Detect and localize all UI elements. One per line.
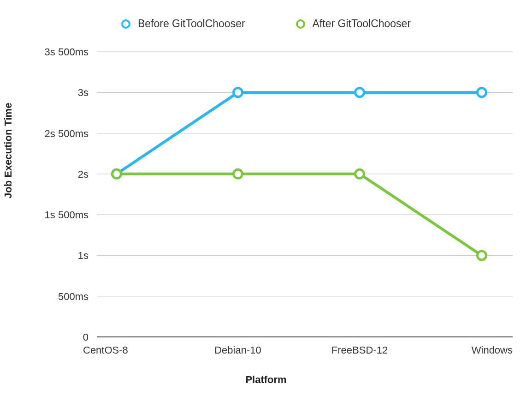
legend: Before GitToolChooser After GitToolChoos… [0, 18, 532, 30]
y-axis-title: Job Execution Time [2, 103, 14, 198]
series-marker [478, 251, 486, 260]
x-tick-label: FreeBSD-12 [331, 344, 388, 356]
x-tick-label: Windows [472, 344, 513, 356]
series-marker [355, 88, 364, 97]
legend-item-after: After GitToolChooser [296, 18, 411, 30]
y-tick-label: 2s 500ms [45, 128, 89, 139]
y-tick-label: 500ms [58, 291, 89, 302]
series-marker [234, 88, 242, 97]
series-marker [355, 169, 364, 178]
chart-root: Before GitToolChooser After GitToolChoos… [0, 0, 532, 396]
y-tick-label: 3s 500ms [45, 46, 89, 58]
y-tick-label: 0 [83, 331, 89, 343]
y-tick-label: 2s [78, 168, 89, 180]
y-tick-label: 1s 500ms [45, 209, 89, 221]
legend-item-before: Before GitToolChooser [121, 18, 245, 30]
plot-area: 0500ms1s1s 500ms2s2s 500ms3s3s 500msCent… [0, 0, 532, 396]
x-tick-label: CentOS-8 [83, 344, 128, 356]
legend-marker-before [121, 19, 130, 29]
y-tick-label: 1s [78, 250, 89, 261]
legend-marker-after [296, 19, 305, 29]
legend-label-before: Before GitToolChooser [138, 18, 245, 30]
legend-label-after: After GitToolChooser [313, 18, 411, 30]
y-tick-label: 3s [78, 87, 89, 98]
x-axis-title: Platform [0, 374, 532, 386]
x-tick-label: Debian-10 [214, 344, 261, 356]
series-marker [478, 88, 486, 97]
series-marker [112, 169, 121, 178]
series-marker [234, 169, 242, 178]
